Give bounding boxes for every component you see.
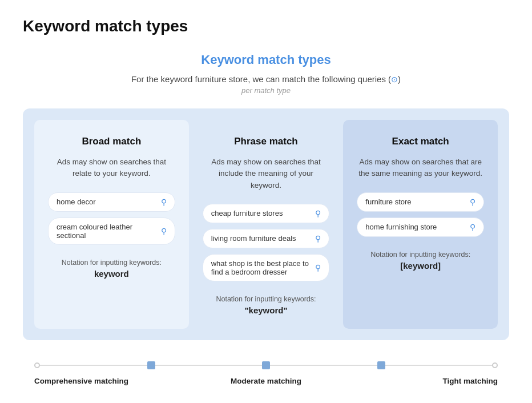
phrase-notation-value: "keyword" [244, 305, 287, 315]
broad-notation-label: Notation for inputting keywords: [62, 259, 162, 267]
phrase-pill-2-text: living room furniture deals [211, 234, 311, 243]
timeline-label-1: Comprehensive matching [34, 377, 189, 385]
exact-match-pills: furniture store ⚲ home furnishing store … [357, 192, 484, 237]
broad-notation-value: keyword [94, 269, 129, 279]
page-title: Keyword match types [23, 17, 509, 35]
timeline-dots [34, 361, 498, 369]
content-area: Keyword match types For the keyword furn… [23, 53, 509, 385]
description-text-end: ) [398, 74, 401, 84]
description-text-after: , we can match the following queries ( [248, 74, 391, 84]
timeline-square-1 [147, 361, 155, 369]
broad-pill-2: cream coloured leather sectional ⚲ [48, 217, 175, 245]
description-text-before: For the keyword [131, 74, 195, 84]
broad-match-card: Broad match Ads may show on searches tha… [34, 120, 189, 329]
exact-pill-2-text: home furnishing store [365, 223, 465, 231]
phrase-match-description: Ads may show on searches that include th… [203, 156, 330, 191]
info-icon[interactable]: ⊙ [391, 75, 398, 84]
exact-pill-1: furniture store ⚲ [357, 192, 484, 212]
phrase-pill-2: living room furniture deals ⚲ [203, 229, 330, 248]
exact-pill-2: home furnishing store ⚲ [357, 217, 484, 237]
phrase-pill-2-search-icon: ⚲ [315, 234, 321, 243]
broad-pill-1-search-icon: ⚲ [161, 198, 167, 207]
phrase-pill-1: cheap furniture stores ⚲ [203, 204, 330, 223]
phrase-match-card: Phrase match Ads may show on searches th… [189, 108, 344, 340]
keyword-highlight: furniture store [195, 74, 248, 84]
timeline-dot-end [492, 362, 498, 368]
exact-notation-label: Notation for inputting keywords: [370, 251, 470, 259]
phrase-notation-label: Notation for inputting keywords: [216, 295, 316, 303]
broad-pill-2-search-icon: ⚲ [161, 227, 167, 236]
phrase-match-pills: cheap furniture stores ⚲ living room fur… [203, 204, 330, 281]
broad-pill-1-text: home decor [57, 198, 156, 206]
phrase-pill-3: what shop is the best place to find a be… [203, 254, 330, 281]
timeline-dot-start [34, 362, 40, 368]
exact-pill-1-search-icon: ⚲ [470, 198, 475, 207]
timeline-label-2: Moderate matching [189, 377, 344, 385]
broad-pill-2-text: cream coloured leather sectional [57, 223, 156, 240]
cards-container: Broad match Ads may show on searches tha… [23, 108, 509, 340]
timeline-label-3: Tight matching [343, 377, 498, 385]
exact-pill-2-search-icon: ⚲ [470, 223, 475, 232]
timeline-labels: Comprehensive matching Moderate matching… [34, 377, 498, 385]
phrase-match-title: Phrase match [234, 136, 298, 147]
exact-pill-1-text: furniture store [365, 198, 465, 206]
timeline-square-3 [377, 361, 385, 369]
per-match-label: per match type [241, 86, 291, 95]
section-subtitle: Keyword match types [201, 53, 331, 67]
broad-pill-1: home decor ⚲ [48, 192, 175, 212]
exact-match-title: Exact match [392, 136, 449, 147]
timeline: Comprehensive matching Moderate matching… [23, 361, 509, 385]
timeline-square-2 [262, 361, 270, 369]
exact-match-description: Ads may show on searches that are the sa… [357, 156, 484, 180]
exact-match-card: Exact match Ads may show on searches tha… [343, 120, 498, 329]
phrase-pill-1-text: cheap furniture stores [211, 209, 311, 217]
phrase-pill-3-search-icon: ⚲ [315, 263, 321, 272]
phrase-pill-1-search-icon: ⚲ [315, 209, 321, 218]
phrase-pill-3-text: what shop is the best place to find a be… [211, 259, 311, 276]
broad-match-title: Broad match [82, 136, 141, 147]
broad-match-pills: home decor ⚲ cream coloured leather sect… [48, 192, 175, 245]
broad-match-description: Ads may show on searches that relate to … [48, 156, 175, 180]
timeline-bar [34, 361, 498, 370]
exact-notation-value: [keyword] [400, 261, 441, 271]
section-description: For the keyword furniture store, we can … [131, 74, 401, 84]
